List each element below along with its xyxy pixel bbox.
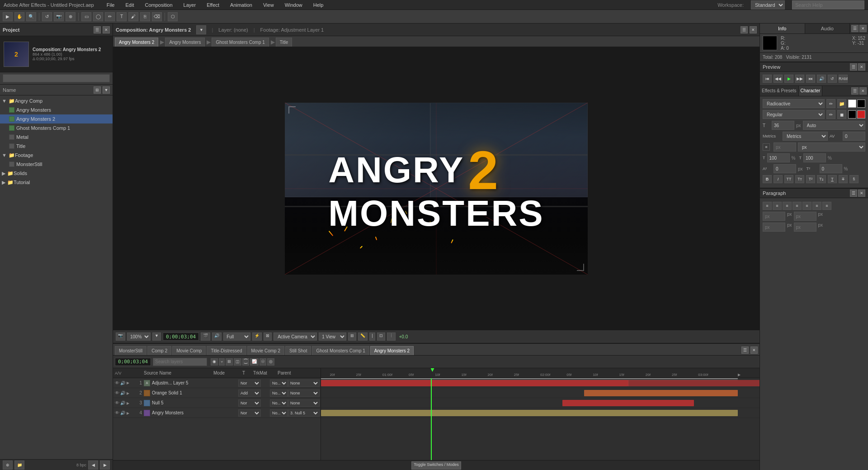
layer-expand-1[interactable]: ▶: [127, 381, 133, 385]
solo-btn[interactable]: ◉: [211, 358, 218, 366]
align-right-btn[interactable]: ≡: [783, 202, 792, 210]
preview-prev-frame-btn[interactable]: ◀◀: [774, 75, 783, 83]
tree-item-solids[interactable]: ▶ 📁 Solids: [0, 169, 113, 178]
grid-btn[interactable]: ⊞: [348, 332, 356, 341]
layer-parent-3[interactable]: None: [288, 399, 320, 407]
comp-panel-menu[interactable]: ☰: [741, 26, 748, 33]
tree-item-tutorial[interactable]: ▶ 📁 Tutorial: [0, 178, 113, 187]
style-extra-btn[interactable]: ◼: [837, 110, 846, 119]
motion-blur-btn[interactable]: ⁐: [242, 358, 249, 366]
tree-item-angry-comp[interactable]: ▼ 📁 Angry Comp: [0, 96, 113, 105]
stroke-color-2[interactable]: [857, 110, 865, 119]
tool-rotate[interactable]: ↺: [42, 12, 52, 21]
layer-eye-3[interactable]: 👁: [114, 400, 120, 406]
para-indent-right[interactable]: [794, 212, 816, 221]
preview-ram-btn[interactable]: RAM: [839, 75, 848, 83]
preview-loop-btn[interactable]: ↺: [828, 75, 837, 83]
scale-h-input[interactable]: [767, 153, 790, 162]
fill-color-2[interactable]: [848, 110, 856, 119]
menu-help[interactable]: Help: [311, 1, 326, 9]
breadcrumb-tab-angry-monsters[interactable]: Angry Monsters: [165, 38, 205, 47]
tool-mask-rect[interactable]: ▭: [81, 12, 91, 21]
layer-audio-3[interactable]: 🔊: [120, 401, 127, 405]
menu-file[interactable]: File: [105, 1, 117, 9]
timeline-bar-2[interactable]: [584, 390, 738, 396]
char-panel-menu[interactable]: ☰: [851, 87, 859, 95]
project-panel-menu[interactable]: ☰: [94, 26, 101, 33]
preview-last-btn[interactable]: ⏭: [806, 75, 815, 83]
preview-next-frame-btn[interactable]: ▶▶: [795, 75, 804, 83]
stroke-color-swatch[interactable]: [857, 100, 865, 108]
fill-color-swatch[interactable]: [848, 100, 856, 108]
preview-close[interactable]: ✕: [858, 63, 865, 71]
tool-puppet[interactable]: ⬡: [168, 12, 178, 21]
fast-preview-btn[interactable]: ⚡: [252, 332, 262, 341]
timeline-bar-4[interactable]: [321, 410, 738, 416]
timeline-timecode[interactable]: 0;00;03;04: [115, 358, 151, 366]
italic-btn[interactable]: I: [774, 175, 783, 183]
tool-zoom[interactable]: 🔍: [26, 12, 36, 21]
name-filter-btn[interactable]: ▼: [103, 86, 110, 94]
preview-play-btn[interactable]: ▶: [784, 75, 793, 83]
justify-all-btn[interactable]: ≡: [822, 202, 831, 210]
comp-panel-close[interactable]: ✕: [750, 26, 757, 33]
layer-expand-4[interactable]: ▶: [127, 410, 133, 415]
align-left-btn[interactable]: ≡: [763, 202, 772, 210]
justify-right-btn[interactable]: ≡: [812, 202, 821, 210]
info-panel-menu[interactable]: ☰: [851, 25, 859, 32]
workspace-select[interactable]: Standard: [751, 0, 785, 9]
layer-mode-3[interactable]: Nor: [238, 399, 261, 407]
layer-trkmat-2[interactable]: No...: [270, 389, 288, 397]
menu-effect[interactable]: Effect: [205, 1, 221, 9]
timeline-panel-close[interactable]: ✕: [750, 347, 758, 354]
tool-camera[interactable]: 📷: [54, 12, 64, 21]
style-select[interactable]: Regular: [763, 110, 825, 119]
transparency-btn[interactable]: ⊠: [264, 332, 272, 341]
font-select[interactable]: Radioactive: [763, 99, 825, 108]
new-comp-btn[interactable]: ⊕: [3, 461, 13, 470]
baseline-input[interactable]: [774, 164, 796, 173]
layer-eye-4[interactable]: 👁: [114, 410, 120, 416]
tool-text[interactable]: T: [117, 12, 127, 21]
layer-parent-1[interactable]: None: [288, 380, 320, 387]
align-center-btn[interactable]: ≡: [773, 202, 782, 210]
layer-mode-2[interactable]: Add: [238, 389, 261, 397]
tool-hand[interactable]: ✋: [14, 12, 24, 21]
tool-eraser[interactable]: ⌫: [152, 12, 162, 21]
tab-movie-comp[interactable]: Movie Comp: [172, 346, 206, 355]
tsume-input[interactable]: [820, 164, 842, 173]
timeline-bar-3[interactable]: [562, 400, 694, 406]
bold-btn[interactable]: B: [763, 175, 772, 183]
layer-parent-4[interactable]: 3. Null 5: [288, 409, 320, 417]
tab-comp2[interactable]: Comp 2: [147, 346, 171, 355]
layer-mode-4[interactable]: Nor: [238, 409, 261, 417]
timeline-panel-menu[interactable]: ☰: [741, 347, 749, 354]
para-indent-left[interactable]: [763, 212, 785, 221]
preview-menu[interactable]: ☰: [850, 63, 857, 71]
tool-pan[interactable]: ⊕: [66, 12, 75, 21]
layer-trkmat-3[interactable]: No...: [270, 399, 288, 407]
underline-btn[interactable]: T: [828, 175, 837, 183]
tracking-input[interactable]: [843, 132, 865, 141]
render-btn[interactable]: 🎬: [201, 332, 210, 341]
tree-item-angry-monsters-2[interactable]: Angry Monsters 2: [0, 114, 113, 123]
layer-expand-3[interactable]: ▶: [127, 400, 133, 405]
layer-eye-2[interactable]: 👁: [114, 390, 120, 396]
layer-audio-4[interactable]: 🔊: [120, 411, 127, 415]
layer-mode-1[interactable]: Nor: [238, 380, 261, 387]
info-panel-close[interactable]: ✕: [859, 25, 867, 32]
timeline-bar-1-ext[interactable]: [628, 380, 760, 386]
live-update-btn[interactable]: ◎: [267, 358, 274, 366]
menu-view[interactable]: View: [261, 1, 276, 9]
tab-still-shot[interactable]: Still Shot: [285, 346, 311, 355]
para-menu[interactable]: ☰: [850, 190, 857, 197]
tab-monsterstill[interactable]: MonsterStill: [115, 346, 146, 355]
project-panel-close[interactable]: ✕: [103, 26, 110, 33]
kerning-select[interactable]: Metrics: [783, 132, 828, 141]
tree-item-monsterstill[interactable]: MonsterStill: [0, 160, 113, 169]
tool-mask-ellipse[interactable]: ◯: [93, 12, 103, 21]
view-select[interactable]: 1 View 2 Views 4 Views: [319, 332, 346, 341]
tab-ghost-monsters-comp1[interactable]: Ghost Monsters Comp 1: [312, 346, 369, 355]
breadcrumb-tab-angry-monsters-2[interactable]: Angry Monsters 2: [115, 38, 158, 47]
layer-search-input[interactable]: [153, 358, 207, 366]
